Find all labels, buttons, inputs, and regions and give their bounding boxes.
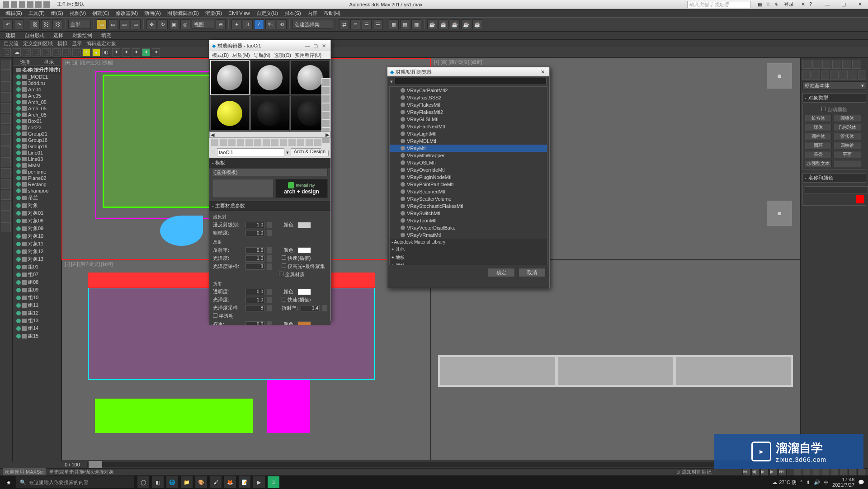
xref-icon[interactable]: ✕ bbox=[801, 1, 807, 8]
star-icon[interactable]: ☆ bbox=[766, 1, 772, 8]
vp-tool-icon[interactable]: ✦ bbox=[112, 48, 120, 56]
primitive-button[interactable]: 圆环 bbox=[805, 142, 832, 149]
browser-search-input[interactable] bbox=[395, 78, 547, 85]
primitive-button[interactable]: 球体 bbox=[805, 124, 832, 131]
cortana-icon[interactable]: ◧ bbox=[152, 476, 164, 488]
mat-tool-icon[interactable] bbox=[297, 139, 304, 146]
utilities-tab[interactable] bbox=[852, 60, 861, 69]
orbit-button[interactable] bbox=[821, 468, 829, 476]
scene-item[interactable]: 对象 bbox=[13, 202, 61, 209]
mat-tool-icon[interactable] bbox=[263, 139, 270, 146]
visibility-icon[interactable] bbox=[16, 196, 21, 200]
shapes-icon[interactable] bbox=[811, 71, 820, 80]
se-tool-icon[interactable] bbox=[1, 222, 11, 232]
viewport-label[interactable]: [+] [前] [用户定义] [线框] bbox=[434, 59, 482, 66]
scene-item[interactable]: 对象11 bbox=[13, 240, 61, 248]
material-list-item[interactable]: VRayLightMtl bbox=[390, 130, 547, 137]
visibility-icon[interactable] bbox=[16, 176, 21, 180]
se-tool-icon[interactable] bbox=[1, 92, 11, 102]
material-list-item[interactable]: VRayMtl bbox=[390, 145, 547, 152]
scene-item[interactable]: 组09 bbox=[13, 286, 61, 294]
start-button[interactable]: ⊞ bbox=[0, 475, 16, 489]
time-slider[interactable]: 0 / 100 bbox=[61, 460, 800, 469]
vp-tool-icon[interactable]: ✦ bbox=[132, 48, 140, 56]
nav-button[interactable] bbox=[848, 468, 856, 476]
next-frame-button[interactable]: ▶ bbox=[769, 468, 778, 476]
menu-item[interactable]: 渲染(R) bbox=[203, 10, 225, 17]
chk-translucent[interactable]: 半透明 bbox=[213, 313, 234, 320]
maximize-button[interactable]: ▢ bbox=[311, 42, 320, 50]
mat-tool-icon[interactable] bbox=[220, 139, 227, 146]
visibility-icon[interactable] bbox=[16, 94, 21, 98]
app-icon[interactable]: ▶ bbox=[253, 476, 265, 488]
goto-end-button[interactable]: ⏭ bbox=[778, 468, 787, 476]
spinner-buttons[interactable] bbox=[267, 321, 272, 325]
ref-coord[interactable]: 视图 bbox=[192, 20, 214, 29]
scene-item[interactable]: 组07 bbox=[13, 271, 61, 278]
material-group[interactable]: + 其他 bbox=[390, 245, 547, 254]
nav-button[interactable] bbox=[857, 468, 865, 476]
spinner-input[interactable]: 0.5 bbox=[245, 321, 264, 325]
menu-item[interactable]: 内容 bbox=[305, 10, 320, 17]
primitive-button[interactable]: 茶壶 bbox=[805, 151, 832, 158]
material-list-item[interactable]: VRayHairNextMtl bbox=[390, 123, 547, 130]
menu-item[interactable]: 选项(O) bbox=[274, 52, 291, 59]
notifications-icon[interactable]: 💬 bbox=[858, 480, 864, 485]
spinner-input[interactable]: 8 bbox=[245, 305, 264, 311]
template-dropdown[interactable]: (选择模板) bbox=[212, 168, 328, 176]
zoom-button[interactable] bbox=[794, 468, 802, 476]
mat-tool-icon[interactable] bbox=[271, 139, 278, 146]
app-icon[interactable]: 🖌 bbox=[210, 476, 222, 488]
visibility-icon[interactable] bbox=[16, 150, 21, 155]
visibility-icon[interactable] bbox=[16, 303, 21, 308]
scene-item[interactable]: Group18 bbox=[13, 137, 61, 143]
visibility-icon[interactable] bbox=[16, 169, 21, 174]
category-dropdown[interactable]: 标准基本体▾ bbox=[802, 81, 866, 89]
task-view-icon[interactable]: ◯ bbox=[137, 476, 149, 488]
scene-item[interactable]: 组01 bbox=[13, 263, 61, 271]
spinner-input[interactable]: 0.0 bbox=[245, 289, 264, 295]
viewport-label[interactable]: [+] [顶] [用户定义] [线框] bbox=[65, 60, 113, 66]
ok-button[interactable]: 确定 bbox=[488, 268, 515, 277]
chk-fast[interactable]: 快速(插值) bbox=[282, 255, 311, 262]
visibility-icon[interactable] bbox=[16, 182, 21, 187]
rollout-name-color[interactable]: -名称和颜色 bbox=[802, 173, 866, 183]
prev-frame-button[interactable]: ◀ bbox=[751, 468, 760, 476]
se-tool-icon[interactable] bbox=[1, 190, 11, 200]
visibility-icon[interactable] bbox=[16, 106, 21, 111]
vp-tool-icon[interactable]: ⬚ bbox=[72, 48, 80, 56]
menu-item[interactable]: 模式(D) bbox=[212, 52, 229, 59]
move-button[interactable]: ✥ bbox=[146, 19, 156, 29]
select-rect-icon[interactable]: ▭ bbox=[108, 19, 118, 29]
rotate-button[interactable]: ↻ bbox=[158, 19, 168, 29]
maximize-button[interactable]: ▢ bbox=[835, 0, 852, 9]
percent-snap-button[interactable]: % bbox=[265, 19, 275, 29]
rollout-main-params[interactable]: - 主要材质参数 bbox=[209, 201, 330, 211]
menu-item[interactable]: 图形编辑器(D) bbox=[165, 10, 202, 17]
schematic-button[interactable]: ▦ bbox=[400, 19, 410, 29]
viewcube[interactable]: ▦ bbox=[767, 63, 792, 89]
scene-item[interactable]: Group21 bbox=[13, 131, 61, 137]
vp-tool-icon[interactable]: ⬚ bbox=[62, 48, 71, 56]
visibility-icon[interactable] bbox=[16, 273, 21, 277]
render-frame-button[interactable]: ☕ bbox=[439, 19, 448, 29]
menu-item[interactable]: 工具(T) bbox=[26, 10, 47, 17]
rollout-object-type[interactable]: -对象类型 bbox=[802, 93, 866, 103]
visibility-icon[interactable] bbox=[16, 163, 21, 168]
material-group[interactable]: + 塑料 bbox=[390, 262, 547, 265]
scene-item[interactable]: 对象01 bbox=[13, 209, 61, 217]
render3-button[interactable]: ☕ bbox=[472, 19, 482, 29]
visibility-icon[interactable] bbox=[16, 311, 21, 315]
material-list[interactable]: VRayCarPaintMtl2VRayFastSSS2VRayFlakesMt… bbox=[389, 86, 547, 265]
se-tool-icon[interactable] bbox=[1, 60, 11, 70]
add-time-tag[interactable]: ⊕ 添加时间标记 bbox=[676, 469, 712, 475]
visibility-icon[interactable] bbox=[16, 334, 21, 339]
menu-item[interactable]: 创建(C) bbox=[90, 10, 112, 17]
visibility-icon[interactable] bbox=[16, 157, 21, 161]
mat-tool-icon[interactable] bbox=[245, 139, 253, 146]
spinner-buttons[interactable] bbox=[267, 305, 272, 311]
scene-item[interactable]: shampoo bbox=[13, 188, 61, 194]
ribbon-tab[interactable]: 填充 bbox=[101, 32, 111, 39]
material-browser-titlebar[interactable]: ◆ 材质/贴图浏览器 ✕ bbox=[387, 67, 549, 76]
spinner-buttons[interactable] bbox=[267, 230, 272, 236]
